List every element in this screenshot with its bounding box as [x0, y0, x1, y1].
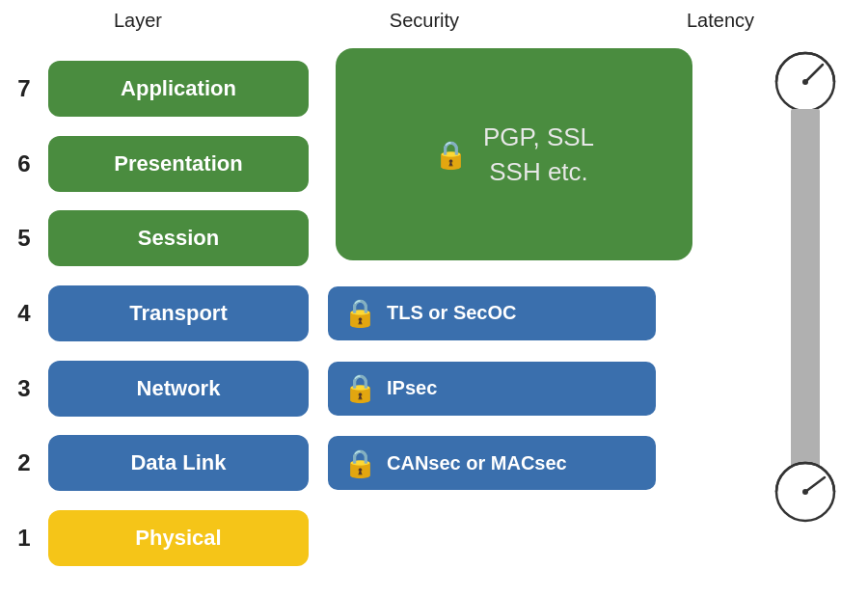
security-box-3: 🔒 IPsec — [328, 362, 656, 416]
lock-icon-4: 🔒 — [343, 297, 377, 329]
layer-row-2: 2 Data Link 🔒 CANsec or MACsec — [0, 429, 868, 497]
latency-header: Latency — [687, 10, 754, 32]
layer-row-4: 4 Transport 🔒 TLS or SecOC — [0, 280, 868, 347]
layer-box-5: Session — [48, 210, 309, 266]
security-box-2: 🔒 CANsec or MACsec — [328, 436, 656, 490]
layer-box-3: Network — [48, 361, 309, 417]
latency-area — [762, 43, 849, 555]
layer-row-3: 3 Network 🔒 IPsec — [0, 355, 868, 422]
layer-num-2: 2 — [0, 449, 48, 476]
layer-box-1: Physical — [48, 510, 309, 566]
layer-num-4: 4 — [0, 300, 48, 327]
layer-row-7: 7 Application — [0, 55, 868, 122]
layer-num-3: 3 — [0, 375, 48, 402]
layer-box-4: Transport — [48, 285, 309, 341]
layer-box-2: Data Link — [48, 435, 309, 491]
svg-rect-3 — [791, 109, 820, 475]
header-row: Layer Security Latency — [0, 10, 868, 32]
layer-num-7: 7 — [0, 75, 48, 102]
layer-row-6: 6 Presentation — [0, 130, 868, 198]
layer-header: Layer — [114, 10, 162, 32]
main-area: 7 Application 6 Presentation 5 Session 4… — [0, 43, 868, 583]
security-box-4: 🔒 TLS or SecOC — [328, 286, 656, 340]
latency-gauge-svg — [765, 43, 847, 535]
layer-box-6: Presentation — [48, 136, 309, 192]
svg-point-6 — [802, 489, 808, 495]
svg-point-2 — [802, 79, 808, 85]
lock-icon-3: 🔒 — [343, 372, 377, 404]
layer-num-1: 1 — [0, 525, 48, 552]
layer-row-5: 5 Session — [0, 204, 868, 272]
layer-num-5: 5 — [0, 225, 48, 252]
layer-num-6: 6 — [0, 150, 48, 177]
layer-row-1: 1 Physical — [0, 504, 868, 572]
security-header: Security — [390, 10, 459, 32]
lock-icon-2: 🔒 — [343, 447, 377, 479]
layer-box-7: Application — [48, 61, 309, 117]
